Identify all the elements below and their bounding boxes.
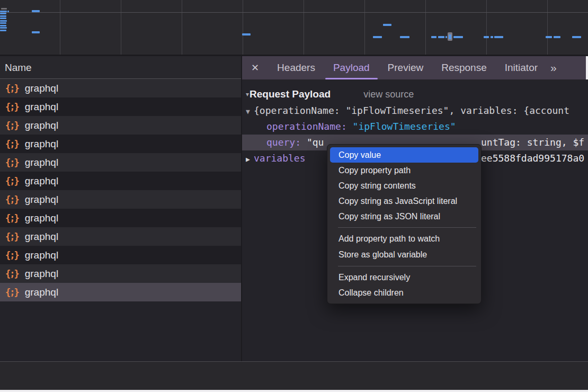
overview-gridline	[60, 0, 60, 55]
tab-response[interactable]: Response	[441, 62, 487, 74]
request-name: graphql	[25, 287, 58, 298]
tab-initiator[interactable]: Initiator	[505, 62, 538, 74]
overview-gridline	[243, 0, 243, 55]
overview-baseline	[0, 12, 588, 13]
overview-gridline	[121, 0, 121, 55]
request-row-selected[interactable]: {;}graphql	[0, 283, 241, 301]
request-payload-section[interactable]: ▾ Request Payload view source	[246, 86, 588, 103]
waterfall-bar	[7, 11, 9, 12]
menu-item-collapse-children[interactable]: Collapse children	[327, 285, 481, 300]
menu-item-copy-string-contents[interactable]: Copy string contents	[327, 178, 481, 193]
overview-gridline	[364, 0, 365, 55]
waterfall-bar	[0, 20, 7, 22]
request-row[interactable]: {;}graphql	[0, 227, 241, 246]
request-name: graphql	[25, 268, 58, 280]
waterfall-bar	[0, 13, 6, 14]
waterfall-bar	[1, 8, 7, 10]
detail-tab-bar: ✕ Headers Payload Preview Response Initi…	[242, 56, 588, 79]
waterfall-bar	[438, 36, 444, 38]
overview-gridline	[547, 0, 548, 55]
json-icon: {;}	[5, 157, 19, 168]
menu-item-copy-value[interactable]: Copy value	[330, 147, 478, 163]
request-row[interactable]: {;}graphql	[0, 172, 241, 190]
json-icon: {;}	[5, 194, 19, 205]
request-row[interactable]: {;}graphql	[0, 190, 241, 209]
request-row[interactable]: {;}graphql	[0, 97, 241, 116]
request-row[interactable]: {;}graphql	[0, 116, 241, 135]
overview-gridline	[304, 0, 304, 55]
request-name: graphql	[25, 157, 58, 168]
waterfall-bar	[0, 27, 7, 29]
tab-preview[interactable]: Preview	[388, 62, 424, 74]
section-expand-icon: ▾	[246, 91, 249, 98]
property-value-fragment: "qu	[307, 137, 324, 148]
payload-summary-row[interactable]: ▼{operationName: "ipFlowTimeseries", var…	[242, 103, 588, 119]
waterfall-bar	[32, 10, 40, 12]
request-name: graphql	[25, 212, 58, 224]
request-row[interactable]: {;}graphql	[0, 246, 241, 264]
property-value: "ipFlowTimeseries"	[353, 121, 456, 132]
menu-item-copy-property-path[interactable]: Copy property path	[327, 163, 481, 178]
menu-item-copy-json-literal[interactable]: Copy string as JSON literal	[327, 209, 481, 224]
waterfall-bar	[546, 36, 552, 38]
request-row[interactable]: {;}graphql	[0, 153, 241, 172]
context-menu: Copy value Copy property path Copy strin…	[327, 144, 482, 304]
tab-payload[interactable]: Payload	[333, 62, 370, 74]
request-row[interactable]: {;}graphql	[0, 135, 241, 153]
property-key: variables	[254, 153, 306, 164]
request-name: graphql	[25, 101, 58, 113]
summary-text: {operationName: "ipFlowTimeseries", vari…	[254, 105, 569, 116]
json-icon: {;}	[5, 250, 19, 261]
property-key: query:	[266, 137, 301, 148]
tab-headers[interactable]: Headers	[277, 62, 315, 74]
waterfall-bar	[572, 36, 581, 38]
network-overview[interactable]	[0, 0, 588, 56]
more-tabs-icon[interactable]: »	[550, 61, 556, 74]
json-icon: {;}	[5, 231, 19, 242]
waterfall-bar	[0, 17, 6, 19]
section-title: Request Payload	[250, 88, 331, 100]
waterfall-bar	[484, 36, 489, 38]
waterfall-bar	[554, 36, 560, 38]
waterfall-marker-bar	[449, 34, 451, 39]
request-name: graphql	[25, 175, 58, 187]
request-list: Name {;}graphql {;}graphql {;}graphql {;…	[0, 56, 241, 301]
waterfall-bar	[494, 36, 503, 38]
overview-gridline	[486, 0, 487, 55]
waterfall-bar	[491, 36, 493, 38]
waterfall-bar	[32, 31, 40, 33]
waterfall-bar	[0, 11, 7, 12]
request-name: graphql	[25, 120, 58, 131]
request-name: graphql	[25, 231, 58, 243]
waterfall-bar	[242, 33, 251, 35]
json-icon: {;}	[5, 120, 19, 131]
json-icon: {;}	[5, 213, 19, 224]
request-name: graphql	[25, 83, 58, 94]
waterfall-bar	[431, 36, 436, 38]
menu-item-copy-js-literal[interactable]: Copy string as JavaScript literal	[327, 193, 481, 209]
waterfall-bar	[453, 36, 463, 38]
waterfall-bar	[383, 24, 391, 26]
name-column-label: Name	[5, 62, 32, 73]
property-value-fragment: ee5588fdad995178a0	[481, 150, 584, 166]
menu-item-add-watch[interactable]: Add property path to watch	[327, 231, 481, 247]
menu-separator	[338, 227, 476, 228]
json-icon: {;}	[5, 176, 19, 186]
request-name: graphql	[25, 250, 58, 261]
close-icon[interactable]: ✕	[251, 62, 259, 74]
request-row[interactable]: {;}graphql	[0, 264, 241, 283]
view-source-link[interactable]: view source	[363, 89, 414, 100]
panel-divider[interactable]	[241, 56, 242, 390]
payload-operation-row[interactable]: operationName: "ipFlowTimeseries"	[242, 119, 588, 135]
json-icon: {;}	[5, 269, 19, 279]
overview-gridline	[425, 0, 426, 55]
name-column-header[interactable]: Name	[0, 56, 241, 79]
menu-item-expand-recursively[interactable]: Expand recursively	[327, 270, 481, 285]
status-footer	[0, 362, 588, 390]
request-row[interactable]: {;}graphql	[0, 79, 241, 97]
request-name: graphql	[25, 194, 58, 206]
menu-item-store-global[interactable]: Store as global variable	[327, 247, 481, 263]
request-row[interactable]: {;}graphql	[0, 209, 241, 227]
window-edge-right	[586, 56, 588, 79]
waterfall-selected-marker	[448, 32, 452, 41]
